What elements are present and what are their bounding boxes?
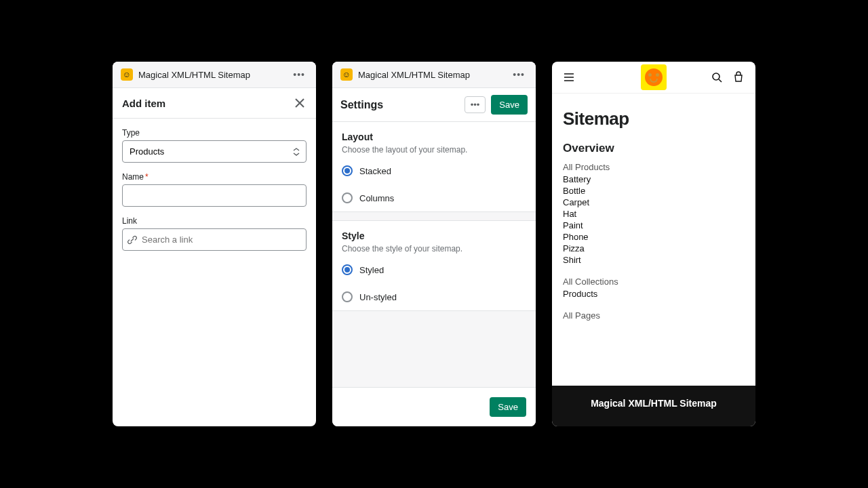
radio-columns[interactable]: Columns: [332, 184, 536, 211]
sitemap-pages-group: All Pages: [563, 310, 745, 321]
link-icon: [127, 235, 137, 245]
list-item[interactable]: Bottle: [563, 185, 745, 197]
products-list: BatteryBottleCarpetHatPaintPhonePizzaShi…: [563, 174, 745, 266]
store-header: [552, 62, 755, 94]
search-button[interactable]: [711, 71, 723, 83]
panel-title: Add item: [122, 98, 165, 109]
radio-icon: [342, 192, 353, 203]
form-body: Type Products Name* Link: [113, 119, 316, 260]
app-icon: ☺: [340, 68, 353, 81]
app-icon: ☺: [121, 68, 133, 81]
overview-heading: Overview: [563, 142, 745, 155]
list-item[interactable]: Hat: [563, 208, 745, 220]
search-icon: [711, 71, 723, 83]
layout-heading: Layout: [342, 131, 526, 142]
more-icon[interactable]: •••: [290, 69, 308, 80]
sitemap-products-group: All Products BatteryBottleCarpetHatPaint…: [563, 162, 745, 266]
list-item[interactable]: Shirt: [563, 254, 745, 266]
list-item[interactable]: Battery: [563, 174, 745, 185]
link-label: Link: [122, 216, 307, 226]
store-actions: [711, 71, 745, 83]
collections-list: Products: [563, 288, 745, 300]
list-item[interactable]: Carpet: [563, 197, 745, 208]
type-label: Type: [122, 128, 307, 138]
panel-header: Add item: [113, 88, 316, 119]
more-icon[interactable]: •••: [510, 69, 528, 80]
titlebar: ☺ Magical XML/HTML Sitemap •••: [332, 62, 536, 88]
footer-text: Magical XML/HTML Sitemap: [591, 398, 717, 409]
store-footer: Magical XML/HTML Sitemap: [552, 386, 755, 426]
all-products-label: All Products: [563, 162, 745, 172]
link-input[interactable]: [122, 228, 307, 251]
style-desc: Choose the style of your sitemap.: [342, 244, 526, 253]
type-select[interactable]: Products: [122, 140, 307, 163]
radio-label: Styled: [359, 265, 384, 275]
settings-panel: ☺ Magical XML/HTML Sitemap ••• Settings …: [332, 62, 536, 426]
page-title: Sitemap: [563, 108, 745, 129]
radio-icon: [342, 291, 353, 302]
save-button[interactable]: Save: [491, 95, 528, 115]
store-logo: [641, 64, 667, 90]
app-title: Magical XML/HTML Sitemap: [138, 70, 285, 80]
footer-save-button[interactable]: Save: [490, 397, 526, 417]
close-icon: [295, 98, 304, 108]
titlebar: ☺ Magical XML/HTML Sitemap •••: [113, 62, 316, 88]
radio-label: Un-styled: [359, 292, 397, 302]
radio-unstyled[interactable]: Un-styled: [332, 283, 536, 310]
radio-label: Stacked: [359, 166, 391, 176]
name-label: Name*: [122, 172, 307, 182]
sitemap-collections-group: All Collections Products: [563, 277, 745, 300]
style-heading: Style: [342, 230, 526, 241]
link-input-wrap: [122, 228, 307, 251]
list-item[interactable]: Products: [563, 288, 745, 300]
radio-icon: [342, 264, 353, 275]
cart-icon: [732, 71, 745, 83]
radio-styled[interactable]: Styled: [332, 256, 536, 283]
app-title: Magical XML/HTML Sitemap: [358, 70, 505, 80]
settings-header: Settings ••• Save: [332, 88, 536, 122]
menu-button[interactable]: [563, 71, 575, 83]
store-body: Sitemap Overview All Products BatteryBot…: [552, 94, 755, 386]
name-input[interactable]: [122, 184, 307, 207]
all-pages-label: All Pages: [563, 310, 745, 321]
list-item[interactable]: Paint: [563, 220, 745, 231]
layout-group: Layout Choose the layout of your sitemap…: [332, 122, 536, 212]
list-item[interactable]: Pizza: [563, 243, 745, 254]
settings-title: Settings: [340, 99, 459, 111]
list-item[interactable]: Phone: [563, 231, 745, 243]
footer-actions: Save: [332, 387, 536, 426]
storefront-preview: Sitemap Overview All Products BatteryBot…: [552, 62, 755, 426]
more-actions-button[interactable]: •••: [465, 96, 486, 113]
radio-icon: [342, 165, 353, 176]
radio-label: Columns: [359, 193, 394, 203]
svg-point-0: [713, 73, 719, 80]
radio-stacked[interactable]: Stacked: [332, 157, 536, 184]
hamburger-icon: [563, 71, 575, 83]
all-collections-label: All Collections: [563, 277, 745, 287]
style-group: Style Choose the style of your sitemap. …: [332, 220, 536, 311]
cart-button[interactable]: [732, 71, 745, 83]
close-button[interactable]: [293, 96, 307, 110]
type-select-wrap: Products: [122, 140, 307, 163]
layout-desc: Choose the layout of your sitemap.: [342, 145, 526, 155]
add-item-panel: ☺ Magical XML/HTML Sitemap ••• Add item …: [113, 62, 316, 426]
